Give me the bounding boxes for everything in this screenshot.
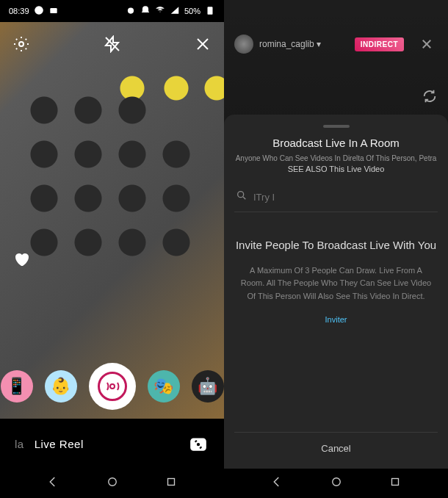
close-icon[interactable] (192, 33, 214, 55)
status-bar: 08:39 50% (0, 0, 224, 22)
filter-row: 📱 👶 🎭 🤖 (0, 363, 224, 410)
nav-recent[interactable] (389, 475, 402, 491)
sheet-title: Broadcast Live In A Room (234, 137, 438, 149)
search-input[interactable] (253, 192, 436, 203)
wifi-icon (155, 5, 165, 17)
mode-bar: la Live Reel (0, 419, 224, 469)
svg-point-17 (108, 478, 116, 486)
svg-rect-1 (50, 8, 57, 13)
sync-icon[interactable] (422, 88, 438, 107)
svg-point-0 (35, 6, 43, 15)
signal-icon (170, 5, 180, 17)
bottom-sheet: Broadcast Live In A Room Anyone Who Can … (224, 115, 448, 469)
filter-2[interactable]: 👶 (45, 370, 77, 403)
nav-home[interactable] (106, 475, 119, 491)
indirect-badge[interactable]: INDIRECT (355, 37, 404, 51)
search-row[interactable] (234, 185, 438, 212)
nav-back[interactable] (270, 475, 283, 491)
svg-rect-20 (392, 479, 399, 486)
nav-recent[interactable] (165, 475, 178, 491)
close-icon[interactable] (416, 33, 438, 55)
filter-3[interactable]: 🎭 (148, 370, 180, 403)
settings-icon[interactable] (10, 33, 32, 55)
username-label[interactable]: romina_caglib ▾ (259, 39, 321, 49)
shutter-button[interactable] (89, 363, 136, 410)
svg-rect-18 (168, 479, 175, 486)
camera-status-icon (48, 5, 59, 17)
live-icon (98, 372, 127, 401)
filter-1[interactable]: 📱 (1, 370, 33, 403)
camera-viewfinder (0, 22, 224, 419)
nav-home[interactable] (330, 475, 343, 491)
mode-secondary[interactable]: la (15, 438, 24, 450)
alarm-icon (126, 5, 136, 17)
svg-point-2 (128, 8, 134, 14)
svg-point-15 (238, 192, 244, 198)
battery-text: 50% (184, 7, 200, 15)
cancel-button[interactable]: Cancel (234, 432, 438, 469)
invite-body: A Maximum Of 3 People Can Draw. Live Fro… (234, 264, 438, 303)
mode-primary[interactable]: Live Reel (35, 438, 84, 450)
flash-off-icon[interactable] (101, 33, 123, 55)
search-icon (236, 190, 248, 204)
nav-back[interactable] (46, 475, 59, 491)
sheet-subtitle: Anyone Who Can See Videos In Direlta Of … (234, 154, 438, 175)
avatar[interactable] (234, 35, 253, 54)
invite-link[interactable]: Inviter (234, 315, 438, 324)
lines-icon[interactable] (10, 213, 32, 235)
svg-line-16 (243, 197, 245, 199)
svg-point-11 (110, 384, 115, 389)
screen-broadcast-sheet: romina_caglib ▾ INDIRECT Broadcast Live … (224, 0, 448, 469)
svg-point-4 (19, 42, 24, 46)
svg-point-19 (332, 478, 340, 486)
android-nav (0, 469, 448, 498)
screen-camera: 08:39 50% (0, 0, 224, 469)
live-header: romina_caglib ▾ INDIRECT (224, 29, 448, 59)
heart-icon[interactable] (10, 248, 32, 270)
chevron-down-icon: ▾ (317, 39, 321, 49)
filter-4[interactable]: 🤖 (192, 370, 224, 403)
invite-title: Invite People To Broadcast Live With You (234, 237, 438, 254)
battery-icon (205, 5, 215, 17)
status-time: 08:39 (9, 7, 29, 15)
whatsapp-icon (34, 5, 44, 17)
dnd-icon (140, 5, 151, 17)
sheet-grabber[interactable] (323, 125, 350, 128)
svg-rect-3 (208, 7, 213, 14)
switch-camera-icon[interactable] (187, 433, 209, 455)
